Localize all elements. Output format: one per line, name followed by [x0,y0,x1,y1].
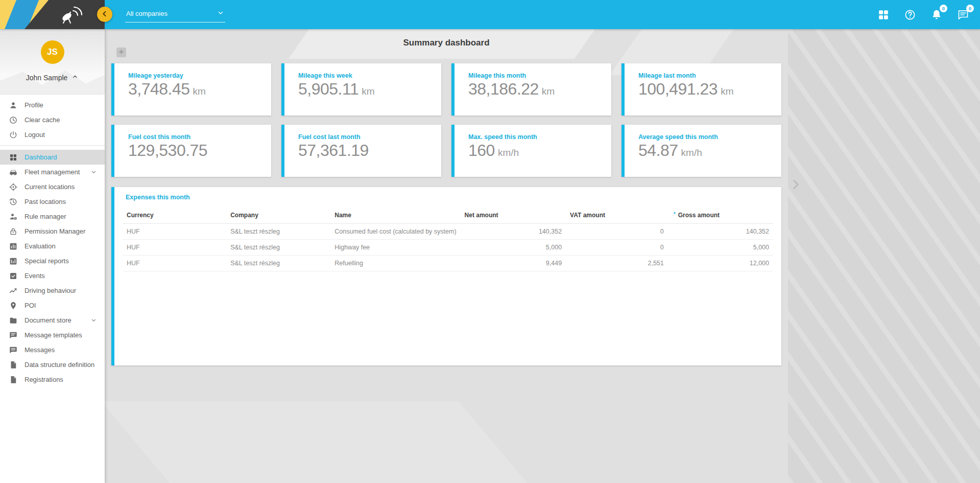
sidebar-item-clear-cache[interactable]: Clear cache [0,112,105,127]
chevron-down-icon [90,168,98,176]
profile-header: JS John Sample [0,29,105,95]
account-menu: Profile Clear cache Logout [0,95,105,146]
help-icon[interactable] [903,8,917,21]
stat-value: 38,186.22 [468,80,539,99]
stat-card-mileage-yesterday: Mileage yesterday 3,748.45km [111,63,271,116]
topbar-actions: 0 0 [877,8,970,21]
stat-value: 3,748.45 [128,80,190,99]
stat-value: 57,361.19 [298,141,369,160]
expenses-table: Currency Company Name Net amount VAT amo… [123,206,773,271]
document-icon [9,360,18,370]
stat-card-fuel-cost-this-month: Fuel cost this month 129,530.75 [111,125,271,177]
plus-icon [118,49,125,57]
stat-value: 5,905.11 [298,80,358,99]
background-pattern [788,29,980,483]
user-menu-toggle[interactable]: John Sample [26,73,79,82]
table-row: HUF S&L teszt részleg Consumed fuel cost… [123,224,773,240]
chevron-down-icon [217,9,224,18]
satellite-icon [55,4,87,26]
chevron-up-icon [71,73,79,82]
sidebar-item-permission-manager[interactable]: Permission Manager [0,224,105,239]
scroll-right-button[interactable] [787,176,804,194]
stat-card-fuel-cost-last-month: Fuel cost last month 57,361.19 [281,125,441,177]
app-logo [0,0,105,29]
sidebar-item-fleet-management[interactable]: Fleet management [0,165,105,179]
chevron-right-icon [788,177,803,194]
lock-icon [9,227,18,236]
stat-unit: km [193,86,206,97]
column-header-company[interactable]: Company [226,206,330,224]
sidebar-item-logout[interactable]: Logout [0,127,105,142]
sort-asc-icon [672,211,677,219]
expenses-panel: Expenses this month Currency Company Nam… [111,187,781,365]
sidebar-item-message-templates[interactable]: Message templates [0,328,105,342]
trend-line-icon [9,286,18,295]
company-select[interactable]: All companies [125,7,225,22]
map-pin-icon [9,301,18,310]
notifications-badge: 0 [940,5,947,12]
column-header-currency[interactable]: Currency [123,206,226,224]
clock-icon [9,116,18,125]
expenses-title: Expenses this month [123,194,773,201]
page-title: Summary dashboard [111,38,781,48]
power-icon [9,130,18,140]
sidebar-collapse-button[interactable] [97,7,112,22]
sidebar-item-poi[interactable]: POI [0,298,105,313]
company-select-value: All companies [126,10,168,17]
dashboard-grid-icon [9,153,18,162]
sidebar-item-document-store[interactable]: Document store [0,313,105,328]
car-icon [9,168,18,177]
messages-chat-icon[interactable]: 0 [957,8,970,21]
chat-lines-icon [9,331,18,340]
notifications-bell-icon[interactable]: 0 [930,8,943,21]
stat-value: 100,491.23 [638,80,718,99]
stat-card-mileage-this-month: Mileage this month 38,186.22km [451,63,611,116]
person-gear-icon [9,212,18,221]
stat-unit: km [542,86,555,97]
sidebar-item-dashboard[interactable]: Dashboard [0,150,105,165]
sidebar: JS John Sample Profile [0,29,105,483]
stat-cards: Mileage yesterday 3,748.45km Mileage thi… [111,63,781,177]
column-header-vat-amount[interactable]: VAT amount [566,206,668,224]
sidebar-item-evaluation[interactable]: Evaluation [0,239,105,254]
sidebar-item-driving-behaviour[interactable]: Driving behaviour [0,283,105,298]
bar-chart-icon [9,242,18,251]
sidebar-item-rule-manager[interactable]: Rule manager [0,209,105,224]
event-check-icon [9,271,18,281]
app: All companies 0 0 [0,0,980,483]
sidebar-item-special-reports[interactable]: Special reports [0,254,105,268]
chevron-down-icon [90,316,98,324]
table-row: HUF S&L teszt részleg Refuelling 9,449 2… [123,256,773,271]
stat-card-mileage-this-week: Mileage this week 5,905.11km [281,63,441,116]
sidebar-item-current-locations[interactable]: Current locations [0,179,105,194]
sidebar-item-registrations[interactable]: Registrations [0,372,105,387]
apps-grid-icon[interactable] [877,8,890,21]
column-header-gross-amount[interactable]: Gross amount [668,206,773,224]
column-header-name[interactable]: Name [330,206,460,224]
folder-icon [9,316,18,325]
background-band [105,401,527,483]
document-icon [9,375,18,384]
messages-badge: 0 [966,5,974,12]
sidebar-item-data-structure-definition[interactable]: Data structure definition [0,357,105,372]
sidebar-item-messages[interactable]: Messages [0,342,105,357]
sidebar-item-events[interactable]: Events [0,268,105,283]
main-content: Summary dashboard Mileage yesterday 3,74… [105,29,980,483]
avatar[interactable]: JS [41,40,64,64]
sidebar-item-past-locations[interactable]: Past locations [0,194,105,209]
user-name: John Sample [26,74,68,82]
stat-unit: km [362,86,374,97]
stat-card-average-speed-this-month: Average speed this month 54.87km/h [622,125,781,177]
add-widget-button[interactable] [116,48,126,57]
stat-value: 129,530.75 [128,141,207,160]
sidebar-item-profile[interactable]: Profile [0,98,105,112]
person-icon [9,101,18,110]
chat-icon [9,346,18,355]
stat-value: 54.87 [638,141,678,160]
stat-card-mileage-last-month: Mileage last month 100,491.23km [622,63,781,116]
column-header-net-amount[interactable]: Net amount [461,206,566,224]
stat-unit: km/h [681,147,702,158]
main-menu: Dashboard Fleet management Current locat… [0,146,105,387]
stat-card-max-speed-this-month: Max. speed this month 160km/h [451,125,611,177]
stat-unit: km/h [498,147,519,158]
